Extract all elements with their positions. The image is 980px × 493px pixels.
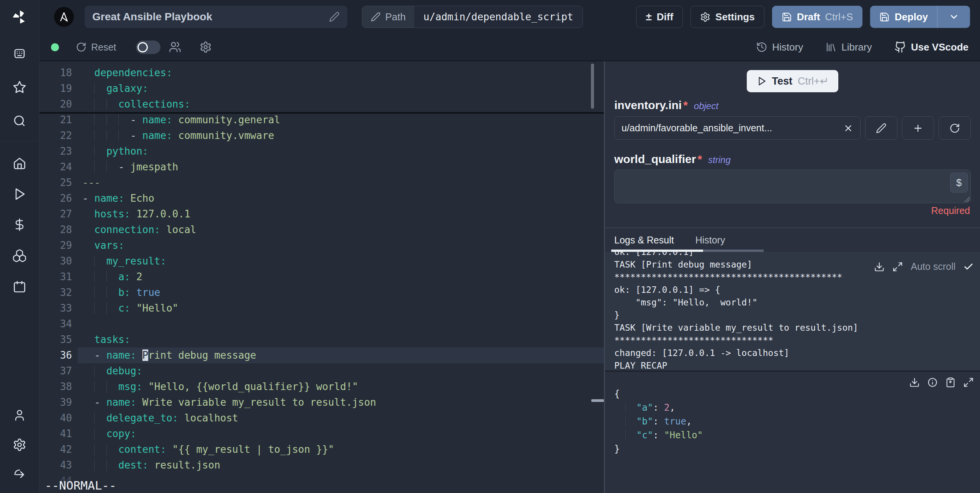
favorites-star-icon[interactable] <box>13 80 26 94</box>
reset-button[interactable]: Reset <box>76 42 116 53</box>
code-line[interactable]: 26- name: Echo <box>39 191 604 206</box>
diff-label: Diff <box>657 11 673 23</box>
log-line: ok: [127.0.0.1] <box>614 252 974 258</box>
edit-resource-pencil-button[interactable] <box>865 116 897 140</box>
add-resource-plus-button[interactable] <box>902 116 934 140</box>
code-line[interactable]: 20 collections: <box>39 96 604 112</box>
tab-logs-result[interactable]: Logs & Result <box>614 235 674 246</box>
path-label: Path <box>385 11 406 23</box>
deploy-button[interactable]: Deploy <box>870 6 937 28</box>
home-icon[interactable] <box>13 157 26 170</box>
arg-world-type: string <box>708 155 731 165</box>
result-info-icon[interactable] <box>927 377 938 388</box>
edit-title-pencil-icon[interactable] <box>329 11 340 22</box>
code-line[interactable]: 28 connection: local <box>39 222 604 238</box>
code-line[interactable]: 19 galaxy: <box>39 81 604 96</box>
arg-world-name: world_qualifier <box>614 153 696 166</box>
test-button[interactable]: Test Ctrl+↵ <box>747 70 839 92</box>
code-line[interactable]: 30 my_result: <box>39 253 604 269</box>
log-toolbar: Auto scroll <box>874 261 974 272</box>
code-line[interactable]: 34 <box>39 316 604 332</box>
line-number: 38 <box>39 379 72 395</box>
library-button[interactable]: Library <box>825 41 872 53</box>
code-line[interactable]: 32 b: true <box>39 285 604 300</box>
autoscroll-check-icon[interactable] <box>963 261 974 272</box>
workspace-settings-gear-icon[interactable] <box>13 438 26 452</box>
collab-toggle[interactable] <box>136 41 160 54</box>
panel-splitter[interactable] <box>604 61 605 493</box>
code-line[interactable]: 33 c: "Hello" <box>39 300 604 316</box>
search-icon[interactable] <box>13 114 26 128</box>
splitter-handle[interactable] <box>591 399 604 402</box>
code-line[interactable]: 23 python: <box>39 144 604 159</box>
clear-x-icon[interactable] <box>843 123 853 133</box>
code-line[interactable]: 22 - name: community.vmware <box>39 128 604 144</box>
code-line[interactable]: 27 hosts: 127.0.0.1 <box>39 206 604 222</box>
editor-scrollbar-thumb[interactable] <box>591 64 594 109</box>
refresh-resource-button[interactable] <box>939 116 971 140</box>
code-line[interactable]: 37 debug: <box>39 363 604 379</box>
code-line[interactable]: 25--- <box>39 175 604 191</box>
resources-boxes-icon[interactable] <box>12 248 27 263</box>
settings-button[interactable]: Settings <box>690 6 764 28</box>
draft-label: Draft <box>797 11 820 23</box>
account-user-icon[interactable] <box>13 409 26 422</box>
result-toolbar <box>909 377 974 388</box>
expand-logs-icon[interactable] <box>892 261 903 272</box>
copy-result-clipboard-icon[interactable] <box>945 377 956 388</box>
result-pane: { "a": 2, "b": true, "c": "Hello"} <box>605 372 980 493</box>
logs-pane[interactable]: ok: [127.0.0.1]TASK [Print debug message… <box>605 252 980 371</box>
arg-inventory-type: object <box>694 101 718 111</box>
code-line[interactable]: 42 content: "{{ my_result | to_json }}" <box>39 442 604 457</box>
inventory-resource-input[interactable]: u/admin/favorable_ansible_invent... <box>614 116 861 140</box>
required-message: Required <box>614 205 971 216</box>
code-line[interactable]: 18 dependencies: <box>39 65 604 81</box>
expand-result-icon[interactable] <box>963 377 974 388</box>
history-button[interactable]: History <box>756 41 803 53</box>
save-draft-icon <box>782 12 792 22</box>
path-label-segment[interactable]: Path <box>362 6 414 28</box>
line-number: 19 <box>39 81 72 96</box>
download-result-icon[interactable] <box>909 377 920 388</box>
code-line[interactable]: 35 tasks: <box>39 332 604 348</box>
line-number: 37 <box>39 363 72 379</box>
code-line[interactable]: 36 - name: Print debug message <box>39 348 604 363</box>
textarea-resize-grip[interactable] <box>964 196 970 202</box>
logout-icon[interactable] <box>13 468 26 482</box>
code-line[interactable]: 44 <box>39 473 604 489</box>
runs-play-icon[interactable] <box>13 187 26 201</box>
code-editor[interactable]: 18 dependencies:19 galaxy:20 collections… <box>39 61 604 493</box>
schedules-calendar-icon[interactable] <box>13 280 26 294</box>
script-title-field[interactable]: Great Ansible Playbook <box>85 6 347 28</box>
log-line: ****************************** <box>614 334 974 347</box>
code-line[interactable]: 40 delegate_to: localhost <box>39 410 604 426</box>
variable-picker-dollar-button[interactable]: $ <box>950 173 968 193</box>
deploy-dropdown-button[interactable] <box>937 6 970 28</box>
windmill-logo-icon[interactable] <box>11 8 28 26</box>
apps-icon[interactable] <box>13 47 26 60</box>
path-control[interactable]: Path u/admin/dependable_script <box>362 6 583 28</box>
diff-plusminus-icon: ± <box>646 11 651 22</box>
code-line[interactable]: 38 msg: "Hello, {{world_qualifier}} worl… <box>39 379 604 395</box>
draft-button[interactable]: Draft Ctrl+S <box>772 6 863 28</box>
variables-dollar-icon[interactable] <box>13 218 26 232</box>
test-play-icon <box>757 76 767 86</box>
code-line[interactable]: 41 copy: <box>39 426 604 442</box>
download-logs-icon[interactable] <box>874 261 885 272</box>
code-line[interactable]: 24 - jmespath <box>39 159 604 175</box>
code-line[interactable]: 21 - name: community.general <box>39 112 604 128</box>
tab-history[interactable]: History <box>695 235 725 246</box>
ansible-logo-icon <box>54 7 74 27</box>
code-line[interactable]: 29 vars: <box>39 238 604 253</box>
line-number: 31 <box>39 269 72 285</box>
code-line[interactable]: 39 - name: Write variable my_result to r… <box>39 395 604 410</box>
code-line[interactable]: 43 dest: result.json <box>39 457 604 473</box>
collaborators-users-icon[interactable] <box>169 41 181 53</box>
editor-settings-gear-icon[interactable] <box>200 41 212 53</box>
arg-world-label-row: world_qualifier* string <box>614 153 971 166</box>
world-qualifier-input[interactable]: $ <box>614 170 971 203</box>
use-vscode-button[interactable]: Use VScode <box>894 41 969 53</box>
diff-button[interactable]: ± Diff <box>636 6 683 28</box>
code-line[interactable]: 31 a: 2 <box>39 269 604 285</box>
line-number: 35 <box>39 332 72 348</box>
